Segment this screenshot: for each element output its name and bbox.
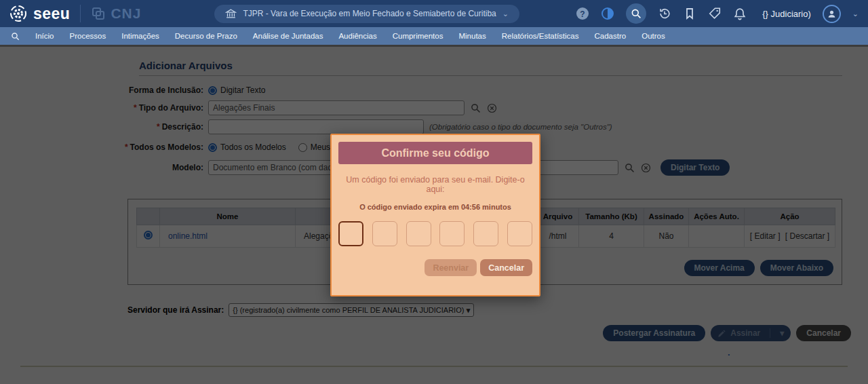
nav-item-audiencias[interactable]: Audiências [338,32,376,40]
confirm-code-modal: Confirme seu código Um código foi enviad… [330,134,540,296]
col-arquivo: Arquivo [537,208,579,225]
signer-row: Servidor que irá Assinar: {} (registrado… [127,303,868,317]
signer-select[interactable]: {} (registrado(a) civilmente como PERFIL… [229,303,474,317]
svg-text:?: ? [580,9,585,19]
col-select [137,208,160,225]
history-icon[interactable] [658,7,671,20]
form-row-tipo-arquivo: *Tipo do Arquivo: [0,100,868,115]
forma-inclusao-label: Forma de Inclusão: [0,85,208,95]
caret-down-icon[interactable]: ▾ [780,328,784,338]
search-icon[interactable] [626,3,646,24]
row-acao-cell: [ Editar ] [ Descartar ] [745,225,835,248]
mover-acima-button[interactable]: Mover Acima [684,260,755,276]
cnj-logo: CNJ [91,5,141,22]
tag-icon[interactable] [708,7,722,20]
todos-modelos-radio[interactable] [208,143,217,152]
nav-item-analise-de-juntadas[interactable]: Análise de Juntadas [253,32,323,40]
code-input-box[interactable] [406,221,431,246]
assinar-button-label: Assinar [730,328,760,338]
nav-item-relatorios-estatisticas[interactable]: Relatórios/Estatísticas [502,32,579,40]
contrast-icon[interactable] [601,7,614,20]
header-actions: ? {} Judiciario) ⌄ [576,3,859,24]
nav-item-outros[interactable]: Outros [642,32,665,40]
seeu-gear-icon [9,5,27,22]
file-link[interactable]: online.html [168,231,208,241]
modelo-label: Modelo: [0,163,208,172]
main-nav: Início Processos Intimações Decurso de P… [0,27,868,45]
chevron-down-icon: ⌄ [502,9,509,18]
bottom-divider [20,366,848,367]
row-radio[interactable] [144,231,153,239]
clear-icon[interactable] [641,163,651,173]
page-title: Adicionar Arquivos [139,60,868,71]
code-input-box[interactable] [439,221,465,246]
signer-label: Servidor que irá Assinar: [127,305,224,315]
nav-search-icon[interactable] [11,32,20,41]
cnj-logo-text: CNJ [111,5,141,22]
row-tamanho-cell: 4 [579,225,644,248]
col-tamanho: Tamanho (Kb) [579,208,644,225]
tipo-arquivo-label: *Tipo do Arquivo: [0,103,208,113]
nav-item-processos[interactable]: Processos [70,32,106,40]
meus-modelos-radio[interactable] [298,143,307,152]
courthouse-icon [225,8,237,20]
row-acoes-auto-cell [689,225,745,248]
nav-item-minutas[interactable]: Minutas [458,32,486,40]
code-input-box[interactable] [507,221,532,246]
postergar-assinatura-button[interactable]: Postergar Assinatura [603,325,705,341]
reenviar-button[interactable]: Reenviar [425,259,477,276]
bell-icon[interactable] [733,7,747,20]
editar-link[interactable]: [ Editar ] [750,231,781,241]
nav-item-cumprimentos[interactable]: Cumprimentos [393,32,443,40]
modal-cancelar-button[interactable]: Cancelar [480,259,532,276]
bookmark-icon[interactable] [683,7,696,20]
brand-divider [80,5,81,22]
required-mark: * [157,122,160,132]
row-assinado-cell: Não [644,225,689,248]
form-row-forma-inclusao: Forma de Inclusão: Digitar Texto [0,83,868,98]
lookup-icon[interactable] [471,103,481,113]
form-row-descricao: *Descrição: (Obrigatório caso o tipo do … [0,119,868,134]
clear-icon[interactable] [487,103,497,113]
signer-select-value: {} (registrado(a) civilmente como PERFIL… [233,306,464,314]
nav-item-cadastro[interactable]: Cadastro [595,32,627,40]
todos-modelos-radio-label: Todos os Modelos [220,142,286,152]
nav-shadow [0,45,868,47]
assinar-button[interactable]: Assinar ▾ [711,325,791,341]
court-selector[interactable]: TJPR - Vara de Execução em Meio Fechado … [214,5,519,23]
descartar-link[interactable]: [ Descartar ] [785,231,829,241]
descricao-input[interactable] [208,119,424,134]
code-input-box[interactable] [372,221,397,246]
required-mark: * [125,142,128,152]
code-input-box[interactable] [473,221,498,246]
todos-modelos-label: *Todos os Modelos: [0,142,208,152]
descricao-label: *Descrição: [0,122,208,132]
seeu-logo[interactable]: seeu [9,5,70,23]
required-mark: * [134,103,137,113]
avatar[interactable] [823,5,841,23]
code-input-row [338,221,532,246]
cancelar-button[interactable]: Cancelar [796,325,851,341]
mover-abaixo-button[interactable]: Mover Abaixo [760,260,833,276]
nav-item-inicio[interactable]: Início [35,32,54,40]
chevron-down-icon: ▾ [467,306,471,315]
tipo-arquivo-input[interactable] [208,100,465,115]
app-header: seeu CNJ TJPR - Vara de Execução em Meio… [0,0,868,27]
code-input-box[interactable] [338,221,363,246]
col-acoes-auto: Ações Auto. [689,208,745,225]
seeu-logo-text: seeu [33,5,70,23]
col-nome: Nome [160,208,296,225]
digitar-texto-radio-label: Digitar Texto [220,85,265,95]
row-arquivo-cell: /html [537,225,579,248]
nav-item-decurso-de-prazo[interactable]: Decurso de Prazo [175,32,237,40]
digitar-texto-radio[interactable] [208,86,217,95]
avatar-chevron-icon: ⌄ [852,9,859,18]
col-assinado: Assinado [644,208,689,225]
footnote-dot: . [728,347,730,358]
digitar-texto-button[interactable]: Digitar Texto [660,159,730,176]
lookup-icon[interactable] [625,163,635,173]
col-acao: Ação [745,208,835,225]
modal-title: Confirme seu código [338,142,532,164]
help-icon[interactable]: ? [576,7,589,20]
nav-item-intimacoes[interactable]: Intimações [121,32,159,40]
